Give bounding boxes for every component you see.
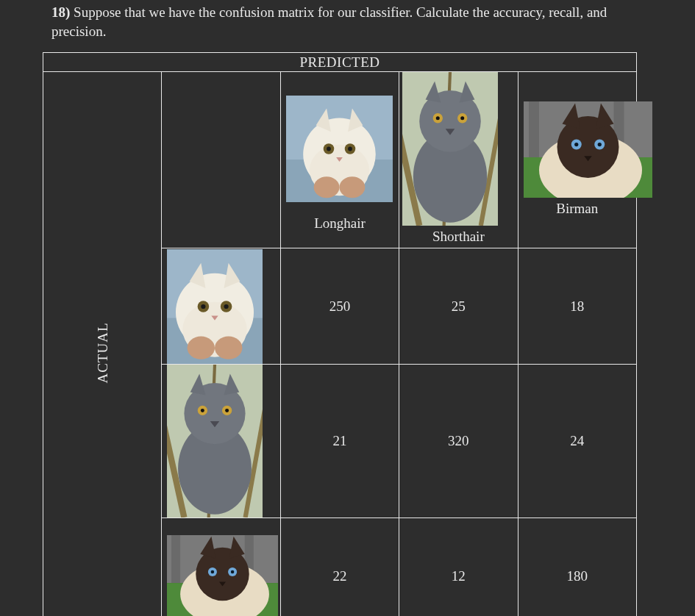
shorthair-icon bbox=[402, 72, 498, 226]
row-header-longhair bbox=[162, 248, 280, 365]
col-label: Longhair bbox=[281, 212, 399, 234]
actual-header: ACTUAL bbox=[43, 72, 162, 616]
question-text: 18) Suppose that we have the confusion m… bbox=[0, 0, 695, 52]
birman-icon bbox=[167, 535, 278, 616]
cell-1-1: 320 bbox=[399, 365, 518, 518]
longhair-icon bbox=[286, 85, 393, 212]
row-header-shorthair bbox=[162, 365, 280, 518]
cell-1-0: 21 bbox=[280, 365, 399, 518]
confusion-matrix: PREDICTED ACTUAL Longhair Shorthair Birm… bbox=[43, 52, 637, 616]
col-label: Birman bbox=[518, 198, 636, 220]
cell-0-1: 25 bbox=[399, 248, 518, 365]
cell-2-1: 12 bbox=[399, 518, 518, 616]
question-body: Suppose that we have the confusion matri… bbox=[51, 4, 607, 39]
col-header-shorthair: Shorthair bbox=[399, 72, 518, 248]
cell-2-0: 22 bbox=[280, 518, 399, 616]
predicted-header: PREDICTED bbox=[43, 53, 637, 72]
cell-2-2: 180 bbox=[518, 518, 636, 616]
birman-icon bbox=[524, 101, 652, 198]
cell-1-2: 24 bbox=[518, 365, 636, 518]
row-header-birman bbox=[162, 518, 280, 616]
cell-0-2: 18 bbox=[518, 248, 636, 365]
longhair-icon bbox=[167, 249, 263, 364]
empty-corner bbox=[162, 72, 280, 248]
shorthair-icon bbox=[167, 365, 263, 517]
cell-0-0: 250 bbox=[280, 248, 399, 365]
col-label: Shorthair bbox=[399, 226, 517, 248]
col-header-birman: Birman bbox=[518, 72, 636, 248]
question-number: 18) bbox=[51, 4, 70, 20]
col-header-longhair: Longhair bbox=[280, 72, 399, 248]
